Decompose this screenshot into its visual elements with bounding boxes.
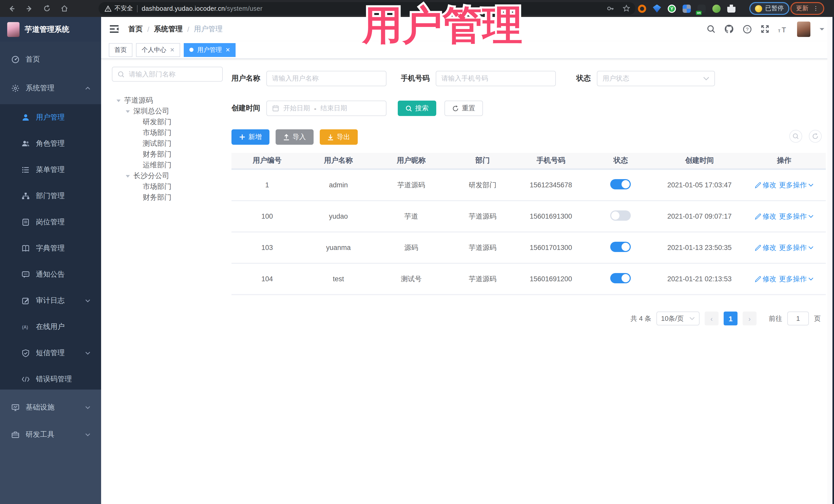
app-logo-row[interactable]: 芋道管理系统 <box>0 17 101 42</box>
import-button[interactable]: 导入 <box>276 129 313 145</box>
tree-node[interactable]: 长沙分公司 <box>112 170 223 181</box>
sidebar-item-devtools[interactable]: 研发工具 <box>0 421 101 448</box>
sidebar-item-online-users[interactable]: (A) 在线用户 <box>0 313 101 340</box>
sidebar-item-dict-mgmt[interactable]: 字典管理 <box>0 235 101 261</box>
edit-link[interactable]: 修改 <box>755 274 776 284</box>
more-actions-link[interactable]: 更多操作 <box>779 212 813 221</box>
add-button[interactable]: 新增 <box>232 129 269 145</box>
back-icon[interactable] <box>5 2 19 15</box>
github-icon[interactable] <box>724 24 734 34</box>
browser-menu-icon[interactable]: ⋮ <box>813 5 819 12</box>
sidebar-item-dept-mgmt[interactable]: 部门管理 <box>0 183 101 209</box>
caret-down-icon[interactable] <box>125 109 130 114</box>
sidebar-item-user-mgmt[interactable]: 用户管理 <box>0 104 101 130</box>
edit-link[interactable]: 修改 <box>755 243 776 252</box>
goto-page-input[interactable] <box>787 311 809 325</box>
tree-node[interactable]: 测试部门 <box>112 138 223 149</box>
export-button[interactable]: 导出 <box>320 129 358 145</box>
extension-icon-green-y[interactable]: Y <box>668 4 676 13</box>
status-select[interactable]: 用户状态 <box>597 71 715 86</box>
sidebar-item-notice[interactable]: 通知公告 <box>0 261 101 287</box>
tree-node[interactable]: 市场部门 <box>112 181 223 192</box>
next-page-button[interactable]: › <box>743 311 756 325</box>
help-icon[interactable]: ? <box>743 24 752 34</box>
sidebar-item-menu-mgmt[interactable]: 菜单管理 <box>0 156 101 183</box>
tree-node[interactable]: 芋道源码 <box>112 95 223 106</box>
browser-update-button[interactable]: 更新 ⋮ <box>790 2 824 15</box>
fullscreen-icon[interactable] <box>761 25 769 34</box>
tab-user-mgmt[interactable]: 用户管理 ✕ <box>184 43 236 57</box>
sidebar-item-infra[interactable]: 基础设施 <box>0 394 101 421</box>
reset-button[interactable]: 重置 <box>444 101 483 116</box>
search-icon[interactable] <box>707 25 716 34</box>
caret-down-icon[interactable] <box>125 173 130 178</box>
toggle-search-button[interactable] <box>789 130 802 143</box>
sidebar-item-errcode-mgmt[interactable]: 错误码管理 <box>0 366 101 392</box>
tab-profile[interactable]: 个人中心 ✕ <box>136 43 180 57</box>
tree-node[interactable]: 财务部门 <box>112 192 223 203</box>
dept-search-input[interactable]: 请输入部门名称 <box>112 67 223 82</box>
extensions-puzzle-icon[interactable] <box>727 4 736 13</box>
tree-node[interactable]: 运维部门 <box>112 160 223 170</box>
more-actions-link[interactable]: 更多操作 <box>779 274 813 284</box>
date-range-input[interactable]: 开始日期 - 结束日期 <box>266 101 387 116</box>
tree-node[interactable]: 市场部门 <box>112 127 223 138</box>
sidebar-fold-icon[interactable] <box>109 25 119 34</box>
font-size-icon[interactable]: тT <box>778 25 788 33</box>
home-icon[interactable] <box>58 2 71 15</box>
close-icon[interactable]: ✕ <box>170 46 175 53</box>
sidebar-item-sms-mgmt[interactable]: 短信管理 <box>0 340 101 366</box>
breadcrumb-system[interactable]: 系统管理 <box>154 24 183 34</box>
close-icon[interactable]: ✕ <box>225 46 230 53</box>
key-icon[interactable] <box>607 5 614 12</box>
search-button[interactable]: 搜索 <box>398 101 436 116</box>
col-header: 手机号码 <box>517 156 585 165</box>
extension-icon-gem[interactable] <box>653 4 661 13</box>
tree-node[interactable]: 财务部门 <box>112 149 223 160</box>
cell-mobile: 15601691300 <box>517 213 585 220</box>
refresh-table-button[interactable] <box>809 130 822 143</box>
not-secure-warning[interactable]: 不安全 <box>105 4 133 13</box>
breadcrumb-home[interactable]: 首页 <box>128 24 143 34</box>
extension-icon-green-key[interactable] <box>712 4 721 13</box>
edit-link[interactable]: 修改 <box>755 212 776 221</box>
status-toggle[interactable] <box>611 211 631 221</box>
tags-view-bar: 首页 个人中心 ✕ 用户管理 ✕ <box>101 41 834 59</box>
status-toggle[interactable] <box>611 179 631 190</box>
forward-icon[interactable] <box>23 2 36 15</box>
status-toggle[interactable] <box>611 273 631 283</box>
page-1-button[interactable]: 1 <box>724 311 738 325</box>
tree-node[interactable]: 研发部门 <box>112 116 223 127</box>
id-badge-icon <box>22 218 30 226</box>
sidebar-item-role-mgmt[interactable]: 角色管理 <box>0 130 101 156</box>
page-size-select[interactable]: 10条/页 <box>656 311 700 325</box>
caret-down-icon[interactable] <box>116 98 121 103</box>
more-actions-link[interactable]: 更多操作 <box>779 180 813 190</box>
extension-icon-grid[interactable] <box>683 4 691 13</box>
sidebar-item-label: 基础设施 <box>26 403 54 412</box>
address-bar[interactable]: 不安全 dashboard.yudao.iocoder.cn/system/us… <box>98 2 635 15</box>
sidebar-item-system[interactable]: 系统管理 <box>0 75 101 101</box>
tab-home[interactable]: 首页 <box>109 43 132 57</box>
tree-node[interactable]: 深圳总公司 <box>112 106 223 116</box>
username-input[interactable]: 请输入用户名称 <box>266 71 387 86</box>
message-icon <box>22 270 30 279</box>
more-actions-link[interactable]: 更多操作 <box>779 243 813 252</box>
app-title: 芋道管理系统 <box>25 24 69 34</box>
mobile-input[interactable]: 请输入手机号码 <box>436 71 556 86</box>
profile-paused-chip[interactable]: 已暂停 <box>749 2 789 15</box>
status-toggle[interactable] <box>611 242 631 252</box>
avatar-caret-icon[interactable] <box>819 27 825 31</box>
extension-icon-switch[interactable]: on <box>698 4 706 13</box>
reload-icon[interactable] <box>40 2 53 15</box>
sidebar-item-post-mgmt[interactable]: 岗位管理 <box>0 209 101 235</box>
bookmark-star-icon[interactable] <box>622 5 630 12</box>
sidebar-item-home[interactable]: 首页 <box>0 47 101 72</box>
cell-created: 2021-01-21 02:13:53 <box>656 275 743 283</box>
prev-page-button[interactable]: ‹ <box>705 311 719 325</box>
extension-icon-orange[interactable] <box>638 4 646 13</box>
user-avatar[interactable] <box>797 21 810 37</box>
edit-link[interactable]: 修改 <box>755 180 776 190</box>
sidebar-item-audit-log[interactable]: 审计日志 <box>0 287 101 313</box>
page-scrollbar[interactable] <box>827 17 832 504</box>
